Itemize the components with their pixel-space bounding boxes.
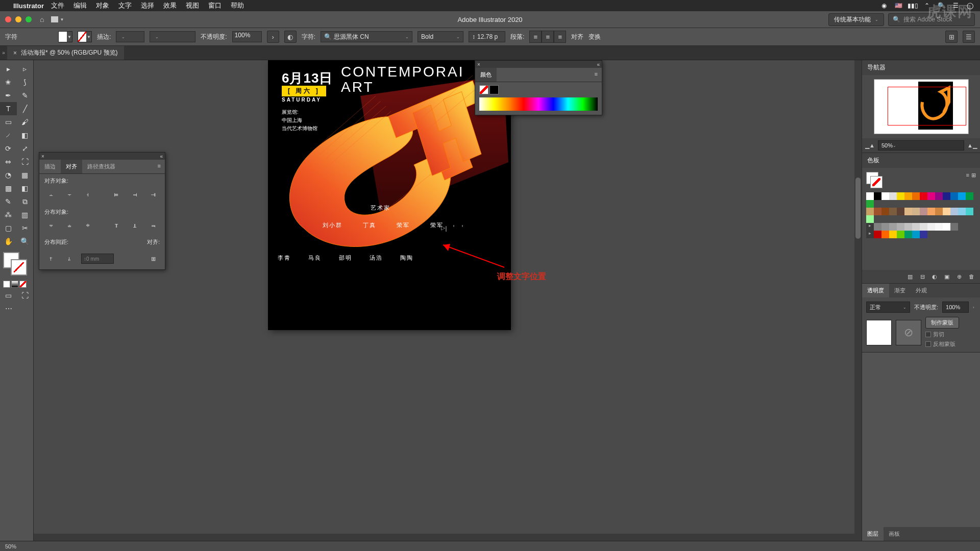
scale-tool-icon[interactable]: ⤢: [17, 142, 34, 155]
status-zoom[interactable]: 50%: [5, 543, 16, 549]
menu-object[interactable]: 对象: [96, 1, 109, 10]
dist-bottom-button[interactable]: ⫩: [81, 220, 94, 231]
width-tool-icon[interactable]: ⇔: [0, 155, 17, 168]
home-icon[interactable]: ⌂: [40, 15, 44, 23]
swatch-color[interactable]: [874, 223, 881, 231]
swatch-color[interactable]: [897, 192, 904, 200]
shaper-tool-icon[interactable]: ⟋: [0, 129, 17, 142]
swatch-color[interactable]: [897, 223, 904, 231]
menu-view[interactable]: 视图: [186, 1, 199, 10]
swatch-color[interactable]: [889, 192, 897, 200]
fill-swatch[interactable]: ▼: [58, 31, 72, 42]
align-right-button[interactable]: ⫞: [81, 189, 94, 200]
swatch-color[interactable]: [912, 223, 920, 231]
curvature-tool-icon[interactable]: ✎: [17, 89, 34, 102]
gradient-mode-icon[interactable]: [11, 281, 18, 288]
dist-hspace-button[interactable]: ⫰: [63, 253, 76, 264]
swatch-color[interactable]: [889, 231, 897, 238]
color-none-swatch[interactable]: [479, 85, 488, 94]
swatch-color[interactable]: [897, 231, 904, 238]
type-tool-icon[interactable]: T: [0, 102, 17, 115]
dist-hcenter-button[interactable]: ⫫: [128, 220, 141, 231]
swatch-color[interactable]: [889, 223, 897, 231]
lasso-tool-icon[interactable]: ⟆: [17, 76, 34, 89]
menu-window[interactable]: 窗口: [208, 1, 222, 10]
brush-definition-dropdown[interactable]: ⌄: [150, 31, 195, 42]
swatch-color[interactable]: [920, 231, 927, 238]
swatch-color[interactable]: [920, 192, 927, 200]
swatch-color[interactable]: [950, 208, 958, 215]
dist-top-button[interactable]: ⫧: [44, 220, 58, 231]
swatch-color[interactable]: [920, 223, 927, 231]
swatch-color[interactable]: [881, 231, 889, 238]
swatch-color[interactable]: [935, 223, 943, 231]
color-black-swatch[interactable]: [489, 85, 499, 94]
swatch-color[interactable]: [966, 192, 973, 200]
swatch-color[interactable]: [881, 208, 889, 215]
align-link[interactable]: 对齐: [571, 33, 583, 41]
swatch-color[interactable]: [889, 208, 897, 215]
mesh-tool-icon[interactable]: ▩: [0, 182, 17, 195]
menu-type[interactable]: 文字: [118, 1, 132, 10]
swatch-group-icon[interactable]: ▣: [942, 272, 951, 281]
tab-artboards[interactable]: 画板: [884, 527, 905, 541]
swatch-color[interactable]: [904, 208, 912, 215]
swatch-lib-icon[interactable]: ▥: [905, 272, 915, 281]
current-colors-well[interactable]: [866, 172, 883, 188]
artboard[interactable]: CONTEMPORAI ART 6月13日 [ 周六 ] SATURDAY 展览…: [268, 60, 510, 330]
minimize-window-icon[interactable]: [15, 16, 21, 22]
swatch-color[interactable]: [874, 192, 881, 200]
input-flag-icon[interactable]: 🇺🇸: [894, 2, 902, 10]
color-panel-collapse-icon[interactable]: «: [597, 62, 600, 67]
window-controls[interactable]: [5, 16, 32, 22]
swatch-color[interactable]: [958, 192, 966, 200]
tab-appearance[interactable]: 外观: [911, 284, 932, 297]
mask-source-thumb[interactable]: [866, 320, 892, 345]
opacity-input[interactable]: 100%: [232, 31, 262, 42]
swatch-color[interactable]: [943, 192, 950, 200]
hand-tool-icon[interactable]: ✋: [0, 235, 17, 248]
swatch-color[interactable]: [950, 223, 958, 231]
change-screen-icon[interactable]: ⛶: [17, 289, 34, 302]
align-to-button[interactable]: ⊞: [146, 253, 160, 264]
color-spectrum[interactable]: [479, 97, 598, 111]
swatch-color[interactable]: [904, 223, 912, 231]
tab-transparency[interactable]: 透明度: [862, 284, 889, 297]
dist-vcenter-button[interactable]: ⫨: [63, 220, 76, 231]
tab-align[interactable]: 对齐: [61, 160, 82, 173]
opacity-arrow-icon[interactable]: ›: [267, 31, 279, 43]
stroke-weight-input[interactable]: ⌄: [116, 31, 144, 42]
tab-pathfinder[interactable]: 路径查找器: [82, 160, 120, 173]
direct-selection-tool-icon[interactable]: ▹: [17, 62, 34, 76]
make-mask-button[interactable]: 制作蒙版: [925, 317, 959, 329]
clip-checkbox[interactable]: 剪切: [925, 331, 959, 338]
mask-target-thumb[interactable]: ⊘: [896, 320, 921, 345]
canvas[interactable]: CONTEMPORAI ART 6月13日 [ 周六 ] SATURDAY 展览…: [34, 60, 862, 541]
panel-menu-icon[interactable]: ≡: [154, 160, 165, 173]
invert-mask-checkbox[interactable]: 反相蒙版: [925, 340, 959, 348]
panel-close-icon[interactable]: ×: [41, 154, 44, 159]
zoom-tool-icon[interactable]: 🔍: [17, 235, 34, 248]
align-center-icon[interactable]: ≡: [542, 31, 554, 43]
swatch-color[interactable]: [920, 208, 927, 215]
siri-icon[interactable]: ◯: [966, 2, 974, 10]
blend-mode-dropdown[interactable]: 正常⌄: [866, 302, 910, 313]
workspace-switcher[interactable]: 传统基本功能⌄: [828, 13, 884, 26]
rotate-tool-icon[interactable]: ⟳: [0, 142, 17, 155]
swatch-color[interactable]: [881, 223, 889, 231]
swatch-color[interactable]: [912, 192, 920, 200]
swatch-color[interactable]: [958, 208, 966, 215]
tab-stroke[interactable]: 描边: [39, 160, 61, 173]
zoom-out-icon[interactable]: ▁▲: [865, 142, 875, 149]
magic-wand-tool-icon[interactable]: ✬: [0, 76, 17, 89]
perspective-tool-icon[interactable]: ▦: [17, 168, 34, 182]
font-size-input[interactable]: ↕ 12.78 p: [469, 31, 505, 42]
font-family-dropdown[interactable]: 🔍 思源黑体 CN⌄: [321, 31, 412, 42]
tab-gradient[interactable]: 渐变: [889, 284, 911, 297]
font-weight-dropdown[interactable]: Bold⌄: [418, 31, 463, 42]
menu-help[interactable]: 帮助: [231, 1, 244, 10]
swatch-color[interactable]: [866, 215, 874, 223]
isolate-icon[interactable]: ⊞: [945, 31, 958, 43]
swatch-color[interactable]: [935, 192, 943, 200]
layer-opacity-input[interactable]: 100%: [942, 302, 969, 313]
